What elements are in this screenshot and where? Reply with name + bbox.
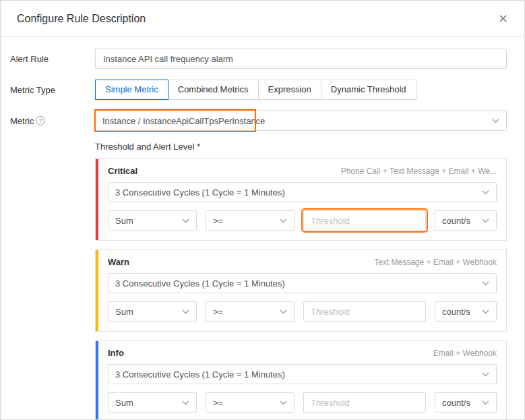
chevron-down-icon [482,309,489,314]
critical-color-bar [96,159,98,240]
aggregation-select[interactable]: Sum [108,210,197,231]
chevron-down-icon [280,218,287,223]
tab-expression[interactable]: Expression [258,80,321,100]
cycles-select[interactable]: 3 Consecutive Cycles (1 Cycle = 1 Minute… [108,273,497,293]
alert-rule-label: Alert Rule [10,54,95,64]
comparator-select[interactable]: >= [206,392,295,413]
threshold-section-label: Threshold and Alert Level * [95,142,507,152]
aggregation-select[interactable]: Sum [108,392,197,413]
level-name: Info [108,348,124,358]
notification-channels: Text Message + Email + Webhook [374,258,497,267]
notification-channels: Email + Webhook [433,349,497,358]
metric-row: Metric ? Instance / InstanceApiCallTpsPe… [10,111,507,131]
alert-level-critical: Critical Phone Call + Text Message + Ema… [95,158,507,241]
cycles-select[interactable]: 3 Consecutive Cycles (1 Cycle = 1 Minute… [108,364,497,384]
alert-rule-row: Alert Rule [10,49,507,69]
metric-type-tabs: Simple Metric Combined Metrics Expressio… [95,80,416,100]
dialog-header: Configure Rule Description ✕ [1,1,524,37]
metric-type-row: Metric Type Simple Metric Combined Metri… [10,80,507,100]
chevron-down-icon [482,372,489,377]
configure-rule-dialog: { "colors": { "highlight": "#ff6a00", "c… [0,0,525,420]
alert-rule-input[interactable] [95,49,507,69]
close-icon[interactable]: ✕ [498,13,508,25]
notification-channels: Phone Call + Text Message + Email + We..… [341,167,497,176]
alert-level-warn: Warn Text Message + Email + Webhook 3 Co… [95,249,507,332]
chevron-down-icon [280,309,287,314]
tab-combined-metrics[interactable]: Combined Metrics [168,80,259,100]
unit-select[interactable]: count/s [435,210,497,231]
warn-color-bar [96,250,98,331]
threshold-input[interactable] [303,210,426,231]
chevron-down-icon [492,119,499,123]
metric-type-label: Metric Type [10,85,95,95]
chevron-down-icon [280,400,287,405]
cycles-select[interactable]: 3 Consecutive Cycles (1 Cycle = 1 Minute… [108,182,497,202]
unit-select[interactable]: count/s [435,301,497,322]
alert-level-info: Info Email + Webhook 3 Consecutive Cycle… [95,340,507,420]
chevron-down-icon [182,218,189,223]
dialog-body: Alert Rule Metric Type Simple Metric Com… [1,37,524,420]
chevron-down-icon [482,281,489,286]
chevron-down-icon [182,309,189,314]
alert-levels: Critical Phone Call + Text Message + Ema… [95,158,507,420]
aggregation-select[interactable]: Sum [108,301,197,322]
chevron-down-icon [482,190,489,195]
unit-select[interactable]: count/s [435,392,497,413]
level-name: Warn [108,257,129,267]
chevron-down-icon [182,400,189,405]
threshold-input[interactable] [303,301,426,322]
comparator-select[interactable]: >= [206,301,295,322]
metric-select[interactable]: Instance / InstanceApiCallTpsPerInstance [95,111,507,131]
chevron-down-icon [482,218,489,223]
metric-select-value: Instance / InstanceApiCallTpsPerInstance [102,116,265,126]
level-name: Critical [108,166,137,176]
chevron-down-icon [482,400,489,405]
help-icon[interactable]: ? [36,116,45,125]
info-color-bar [96,341,98,420]
metric-label: Metric ? [10,116,95,126]
dialog-title: Configure Rule Description [17,13,146,25]
comparator-select[interactable]: >= [206,210,295,231]
tab-simple-metric[interactable]: Simple Metric [95,80,168,100]
tab-dynamic-threshold[interactable]: Dynamic Threshold [321,80,416,100]
threshold-input[interactable] [303,392,426,413]
